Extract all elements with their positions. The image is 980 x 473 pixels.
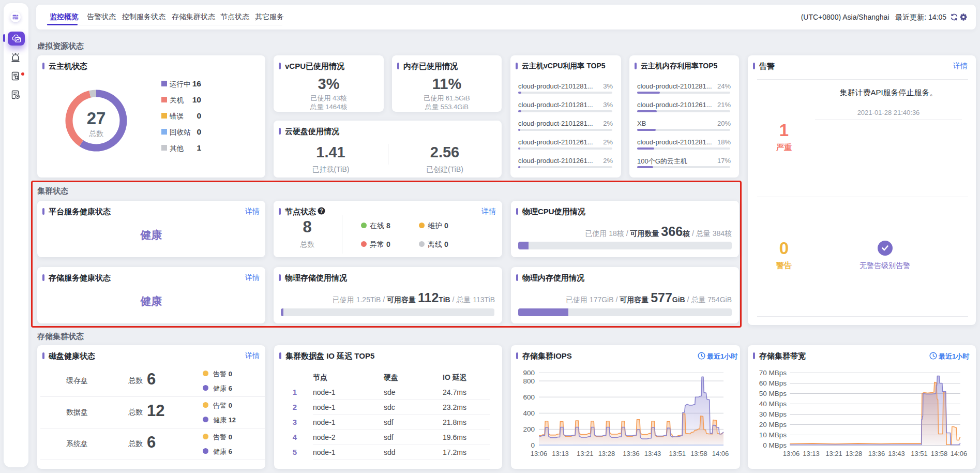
svg-text:?: ? [320, 208, 323, 214]
svg-text:900: 900 [523, 369, 535, 377]
svg-text:13:28: 13:28 [846, 450, 863, 457]
svg-text:13:51: 13:51 [669, 450, 686, 457]
svg-text:13:13: 13:13 [803, 450, 820, 457]
svg-text:50 MBps: 50 MBps [759, 390, 787, 397]
svg-text:13:21: 13:21 [825, 450, 842, 457]
svg-text:200: 200 [523, 425, 535, 433]
svg-text:13:58: 13:58 [690, 450, 707, 457]
svg-text:13:28: 13:28 [598, 450, 615, 457]
svg-text:13:43: 13:43 [888, 450, 905, 457]
svg-text:70 MBps: 70 MBps [759, 369, 787, 377]
svg-text:400: 400 [523, 409, 535, 417]
svg-text:13:36: 13:36 [868, 450, 885, 457]
svg-text:0: 0 [531, 441, 535, 449]
svg-text:10 MBps: 10 MBps [759, 431, 787, 439]
svg-text:13:36: 13:36 [623, 450, 640, 457]
svg-text:60 MBps: 60 MBps [759, 379, 787, 387]
svg-text:14:06: 14:06 [951, 450, 968, 457]
svg-text:14:06: 14:06 [712, 450, 729, 457]
svg-text:30 MBps: 30 MBps [759, 410, 787, 418]
svg-text:13:58: 13:58 [931, 450, 948, 457]
svg-text:20 MBps: 20 MBps [759, 421, 787, 428]
svg-text:13:21: 13:21 [577, 450, 594, 457]
svg-text:13:06: 13:06 [783, 450, 800, 457]
svg-text:40 MBps: 40 MBps [759, 400, 787, 408]
svg-text:13:06: 13:06 [531, 450, 548, 457]
svg-text:13:51: 13:51 [911, 450, 928, 457]
svg-text:13:13: 13:13 [552, 450, 569, 457]
svg-text:600: 600 [523, 393, 535, 401]
svg-text:800: 800 [523, 377, 535, 385]
svg-text:13:43: 13:43 [644, 450, 661, 457]
svg-text:0 MBps: 0 MBps [763, 441, 787, 449]
